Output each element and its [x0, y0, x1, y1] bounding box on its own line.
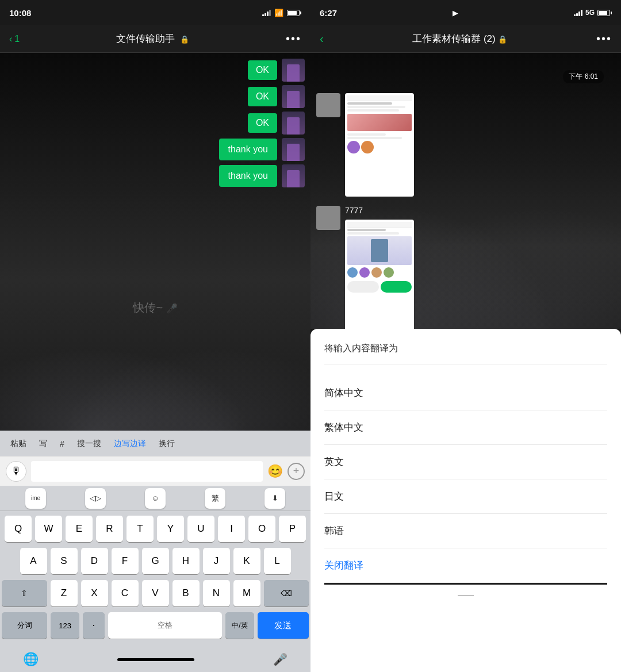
option-english[interactable]: 英文 — [324, 445, 607, 479]
key-y[interactable]: Y — [157, 516, 184, 542]
search-button[interactable]: 搜一搜 — [71, 435, 107, 452]
battery-icon-right — [597, 10, 612, 16]
status-bar-right: 6:27 ▶ 5G — [310, 0, 621, 25]
key-q[interactable]: Q — [5, 516, 32, 542]
5g-label: 5G — [585, 9, 595, 17]
bubble-ok-1: OK — [248, 60, 277, 80]
watermark: 快传~ 🎤 — [133, 300, 177, 316]
key-z[interactable]: Z — [51, 580, 78, 606]
emoji-button[interactable]: 😊 — [267, 464, 283, 479]
add-attachment-button[interactable]: + — [288, 463, 305, 480]
newline-button[interactable]: 换行 — [153, 435, 181, 452]
nav-bar-left: ‹ 1 文件传输助手 🔒 ••• — [0, 25, 310, 53]
key-t[interactable]: T — [126, 516, 154, 542]
input-bar-left: 🎙 😊 + — [0, 456, 310, 486]
right-avatar-2 — [316, 206, 340, 230]
message-input[interactable] — [31, 461, 263, 482]
key-k[interactable]: K — [233, 548, 260, 574]
avatar-thumb-3 — [282, 112, 305, 135]
paste-button[interactable]: 粘贴 — [5, 435, 32, 452]
message-row: OK — [6, 59, 305, 82]
wifi-icon-left: 📶 — [274, 9, 283, 17]
key-lang-switch[interactable]: 中/英 — [225, 612, 254, 639]
bubble-thank-you-2: thank you — [219, 165, 277, 187]
status-icons-right: 5G — [574, 9, 612, 17]
hash-button[interactable]: # — [54, 436, 70, 452]
key-e[interactable]: E — [66, 516, 93, 542]
bottom-bar-left: 🌐 🎤 — [0, 647, 310, 672]
avatar-thumb-5 — [282, 164, 305, 187]
option-japanese[interactable]: 日文 — [324, 479, 607, 514]
key-g[interactable]: G — [142, 548, 169, 574]
more-button-right[interactable]: ••• — [596, 32, 612, 45]
key-v[interactable]: V — [142, 580, 169, 606]
home-indicator-left — [117, 658, 194, 661]
status-bar-left: 10:08 📶 — [0, 0, 310, 25]
location-arrow-icon-right: ▶ — [453, 9, 458, 17]
mic-bottom-icon[interactable]: 🎤 — [273, 652, 288, 666]
key-send[interactable]: 发送 — [258, 612, 309, 639]
key-w[interactable]: W — [35, 516, 62, 542]
handwrite-button[interactable]: 写 — [33, 435, 53, 452]
key-space[interactable]: 空格 — [108, 612, 222, 639]
timestamp-label: 下午 6:01 — [563, 70, 604, 83]
key-123[interactable]: 123 — [51, 612, 79, 639]
message-row: thank you — [6, 164, 305, 187]
key-s[interactable]: S — [51, 548, 78, 574]
back-button-left[interactable]: ‹ 1 — [9, 34, 20, 44]
chat-area-left: OK OK — [0, 53, 310, 431]
voice-button[interactable]: 🎙 — [6, 461, 26, 482]
key-row-2: A S D F G H J K L — [2, 548, 309, 574]
more-button-left[interactable]: ••• — [286, 32, 301, 45]
nav-title-left: 文件传输助手 🔒 — [116, 32, 189, 45]
right-msg-screenshot-2: 7777 — [316, 206, 414, 329]
ime-switch-button[interactable]: ime — [25, 488, 46, 509]
ime-label: ime — [31, 495, 40, 501]
translate-while-write-button[interactable]: 边写边译 — [108, 435, 152, 452]
key-fenci[interactable]: 分词 — [2, 612, 47, 639]
option-traditional-chinese[interactable]: 繁体中文 — [324, 410, 607, 445]
option-korean[interactable]: 韩语 — [324, 514, 607, 548]
key-backspace[interactable]: ⌫ — [264, 580, 309, 606]
key-u[interactable]: U — [187, 516, 214, 542]
message-row: thank you — [6, 138, 305, 161]
message-row: OK — [6, 85, 305, 108]
back-count-badge: 1 — [14, 34, 20, 44]
key-d[interactable]: D — [81, 548, 108, 574]
key-r[interactable]: R — [96, 516, 123, 542]
nav-title-right: 工作素材传输群 (2) 🔒 — [412, 32, 507, 45]
key-j[interactable]: J — [203, 548, 230, 574]
key-n[interactable]: N — [203, 580, 230, 606]
key-a[interactable]: A — [20, 548, 47, 574]
key-m[interactable]: M — [233, 580, 260, 606]
key-b[interactable]: B — [172, 580, 200, 606]
chevron-left-icon-left: ‹ — [9, 34, 12, 44]
bubble-thank-you-1: thank you — [219, 139, 277, 160]
collapse-keyboard-button[interactable]: ⬇ — [264, 488, 285, 509]
key-p[interactable]: P — [279, 516, 306, 542]
key-c[interactable]: C — [112, 580, 139, 606]
globe-icon[interactable]: 🌐 — [23, 652, 39, 667]
translation-overlay: 将输入内容翻译为 简体中文 繁体中文 英文 日文 韩语 关闭翻译 —— — [310, 329, 621, 672]
key-l[interactable]: L — [264, 548, 291, 574]
key-o[interactable]: O — [248, 516, 275, 542]
key-i[interactable]: I — [218, 516, 245, 542]
option-close-translate[interactable]: 关闭翻译 — [324, 548, 607, 583]
right-chat-area: 下午 6:01 — [310, 53, 621, 329]
key-f[interactable]: F — [112, 548, 139, 574]
mic-watermark-icon: 🎤 — [166, 304, 178, 313]
key-shift[interactable]: ⇧ — [2, 580, 47, 606]
traditional-button[interactable]: 繁 — [205, 488, 225, 509]
option-simplified-chinese[interactable]: 简体中文 — [324, 376, 607, 410]
right-messages-area: 7777 — [316, 93, 414, 329]
key-dot[interactable]: · — [83, 612, 105, 639]
key-x[interactable]: X — [81, 580, 108, 606]
right-panel: 6:27 ▶ 5G ‹ 工作素材传输群 (2) 🔒 ••• — [310, 0, 621, 672]
cursor-move-button[interactable]: ◁▷ — [85, 488, 106, 509]
bottom-suggest-area: —— — [324, 583, 607, 600]
emoji-ime-button[interactable]: ☺ — [145, 488, 166, 509]
screenshot-card-1 — [345, 93, 414, 197]
key-h[interactable]: H — [172, 548, 200, 574]
key-row-1: Q W E R T Y U I O P — [2, 516, 309, 542]
back-button-right[interactable]: ‹ — [320, 32, 324, 45]
